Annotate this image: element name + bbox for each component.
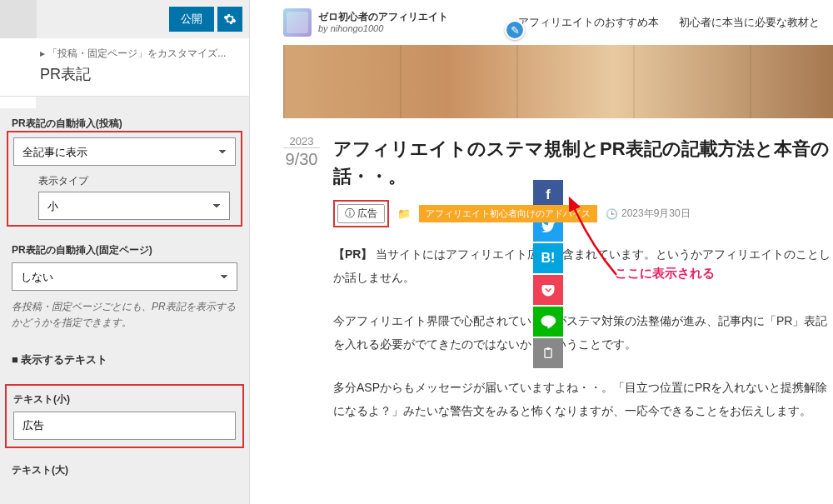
post-paragraph-1: 【PR】 当サイトにはアフィリエイト広告が含まれています。というかアフィリエイト… [333, 242, 833, 289]
hero-image [283, 45, 833, 118]
post-pr-select[interactable]: 全記事に表示 [13, 137, 236, 166]
logo-image [283, 8, 312, 37]
highlight-box-badge: ⓘ 広告 [333, 200, 389, 227]
category-badge[interactable]: アフィリエイト初心者向けのアドバイス [419, 205, 597, 222]
post-paragraph-3: 多分ASPからもメッセージが届いていますよね・・。「目立つ位置にPRを入れないと… [333, 376, 833, 422]
clock-icon: 🕒 [606, 208, 618, 220]
share-hatena[interactable]: B! [533, 243, 563, 273]
text-section-heading: ■ 表示するテキスト [12, 352, 237, 372]
share-copy[interactable] [533, 338, 563, 368]
post-title: アフィリエイトのステマ規制とPR表記の記載方法と本音の話・・。 [333, 135, 833, 190]
customizer-edit-badge[interactable]: ✎ [505, 20, 525, 40]
display-type-select[interactable]: 小 [38, 192, 230, 220]
section-desc: 各投稿・固定ページごとにも、PR表記を表示するかどうかを指定できます。 [12, 299, 237, 331]
sidebar-collapse[interactable] [0, 0, 37, 38]
svg-rect-1 [546, 347, 550, 350]
type-label: 表示タイプ [38, 174, 236, 188]
text-small-input[interactable] [13, 412, 236, 440]
pr-badge-text: 広告 [357, 207, 377, 221]
share-pocket[interactable] [533, 275, 563, 305]
folder-icon: 📁 [397, 207, 411, 220]
pencil-icon: ✎ [511, 24, 520, 37]
highlight-box-1: 全記事に表示 表示タイプ 小 [7, 131, 242, 227]
svg-rect-0 [545, 349, 551, 358]
panel-title: PR表記 [40, 64, 237, 84]
post-month-day: 9/30 [283, 147, 320, 169]
site-tagline: by nihongo1000 [318, 23, 448, 34]
post-date-block: 2023 9/30 [283, 135, 320, 442]
site-logo[interactable]: ゼロ初心者のアフィリエイト by nihongo1000 [283, 8, 448, 37]
section-label-post: PR表記の自動挿入(投稿) [12, 117, 237, 131]
publish-button[interactable]: 公開 [169, 7, 214, 32]
post-year: 2023 [283, 135, 320, 147]
nav-link-2[interactable]: 初心者に本当に必要な教材と [679, 15, 820, 30]
clipboard-icon [541, 347, 555, 360]
hatena-icon: B! [541, 251, 556, 266]
gear-icon [223, 12, 237, 26]
pr-badge: ⓘ 広告 [337, 204, 385, 223]
post-paragraph-2: 今アフィリエイト界隈で心配されているのがステマ対策の法整備が進み、記事内に「PR… [333, 309, 833, 356]
page-pr-select[interactable]: しない [12, 262, 237, 291]
site-name: ゼロ初心者のアフィリエイト [318, 11, 448, 22]
pocket-icon [541, 282, 556, 297]
post-published-date: 🕒 2023年9月30日 [606, 207, 691, 221]
section-label-page: PR表記の自動挿入(固定ページ) [12, 243, 237, 257]
share-line[interactable] [533, 307, 563, 337]
breadcrumb: ▸ 「投稿・固定ページ」をカスタマイズ... [40, 47, 237, 61]
info-icon: ⓘ [345, 207, 355, 221]
text-large-label: テキスト(大) [12, 463, 237, 477]
highlight-box-2: テキスト(小) [5, 384, 244, 448]
text-small-label: テキスト(小) [13, 392, 236, 407]
line-icon [540, 313, 556, 330]
settings-gear-button[interactable] [217, 7, 242, 32]
nav-link-1[interactable]: アフィリエイトのおすすめ本 [518, 15, 659, 30]
